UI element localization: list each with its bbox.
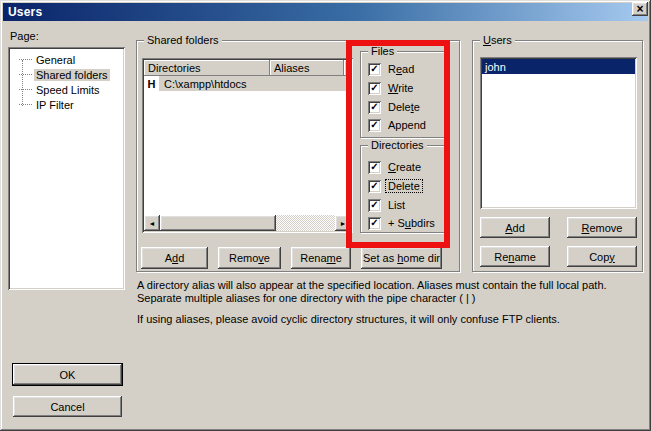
list-checkbox-row[interactable]: ✓ List [368, 198, 407, 212]
column-header-directories[interactable]: Directories [144, 60, 270, 76]
dir-delete-checkbox-row[interactable]: ✓ Delete [368, 179, 422, 193]
directory-row[interactable]: H C:\xampp\htdocs [144, 76, 351, 91]
close-icon: × [636, 3, 643, 15]
cancel-button[interactable]: Cancel [13, 396, 122, 417]
tree-item-label: General [34, 54, 77, 66]
users-group: Users john Add Remove Rename Copy [472, 40, 643, 272]
window-title: Users [8, 5, 42, 19]
scroll-left-button[interactable]: ◄ [144, 215, 160, 231]
append-label[interactable]: Append [386, 119, 428, 131]
tree-item-label: IP Filter [34, 99, 76, 111]
tree-branch-line [19, 104, 32, 105]
dir-delete-label[interactable]: Delete [386, 180, 422, 192]
user-remove-label: Remove [582, 222, 623, 234]
shared-remove-button[interactable]: Remove [218, 247, 281, 269]
check-icon: ✓ [370, 181, 378, 191]
files-permissions-group: Files ✓ Read ✓ Write ✓ Delete ✓ Append [360, 51, 445, 138]
read-checkbox[interactable]: ✓ [368, 63, 381, 76]
shared-remove-label: Remove [229, 252, 270, 264]
user-name: john [485, 61, 506, 73]
tree-item-general[interactable]: General [12, 52, 77, 67]
page-tree: General Shared folders Speed Limits IP F… [8, 47, 125, 290]
column-header-aliases[interactable]: Aliases [270, 60, 344, 76]
users-group-label: Users [480, 34, 515, 46]
subdirs-checkbox-row[interactable]: ✓ + Subdirs [368, 216, 437, 230]
check-icon: ✓ [370, 83, 378, 93]
read-checkbox-row[interactable]: ✓ Read [368, 62, 416, 76]
directory-path: C:\xampp\htdocs [159, 76, 351, 91]
write-label[interactable]: Write [386, 82, 415, 94]
set-as-home-dir-label: Set as home dir [363, 252, 440, 264]
write-checkbox[interactable]: ✓ [368, 82, 381, 95]
ok-label: OK [60, 369, 76, 381]
check-icon: ✓ [370, 102, 378, 112]
users-list: john [480, 57, 637, 209]
scroll-right-icon: ► [340, 220, 347, 227]
scroll-thumb[interactable] [160, 215, 276, 231]
shared-folders-group-label: Shared folders [144, 34, 222, 46]
title-bar[interactable]: Users [3, 3, 648, 21]
home-dir-marker: H [144, 78, 159, 90]
directories-permissions-group: Directories ✓ Create ✓ Delete ✓ List ✓ +… [360, 145, 445, 233]
tree-branch-line [19, 74, 32, 75]
user-rename-button[interactable]: Rename [480, 246, 550, 267]
files-group-label: Files [368, 45, 397, 57]
check-icon: ✓ [370, 162, 378, 172]
create-checkbox-row[interactable]: ✓ Create [368, 160, 423, 174]
alias-note: A directory alias will also appear at th… [137, 279, 649, 305]
shared-add-button[interactable]: Add [141, 247, 208, 269]
user-add-label: Add [505, 222, 525, 234]
shared-rename-label: Rename [300, 252, 342, 264]
user-rename-label: Rename [494, 251, 536, 263]
append-checkbox-row[interactable]: ✓ Append [368, 118, 428, 132]
check-icon: ✓ [370, 120, 378, 130]
check-icon: ✓ [370, 218, 378, 228]
directories-list-header: Directories Aliases [144, 60, 351, 76]
user-copy-button[interactable]: Copy [567, 246, 637, 267]
users-dialog: Users × Page: General Shared folders Spe… [0, 0, 651, 431]
file-delete-label[interactable]: Delete [386, 101, 422, 113]
tree-item-label: Speed Limits [34, 84, 102, 96]
tree-branch-line [19, 59, 32, 60]
tree-item-speed-limits[interactable]: Speed Limits [12, 82, 102, 97]
close-button[interactable]: × [632, 2, 648, 16]
check-icon: ✓ [370, 64, 378, 74]
create-label[interactable]: Create [386, 161, 423, 173]
user-copy-label: Copy [589, 251, 615, 263]
subdirs-label[interactable]: + Subdirs [386, 217, 437, 229]
scroll-right-button[interactable]: ► [335, 215, 351, 231]
dir-delete-checkbox[interactable]: ✓ [368, 180, 381, 193]
tree-branch-line [19, 89, 32, 90]
file-delete-checkbox[interactable]: ✓ [368, 101, 381, 114]
page-label: Page: [10, 30, 39, 42]
scroll-left-icon: ◄ [149, 220, 156, 227]
column-header-filler [344, 60, 351, 76]
write-checkbox-row[interactable]: ✓ Write [368, 81, 415, 95]
h-scrollbar[interactable]: ◄ ► [144, 215, 351, 231]
shared-rename-button[interactable]: Rename [291, 247, 351, 269]
tree-item-shared-folders[interactable]: Shared folders [12, 67, 110, 82]
create-checkbox[interactable]: ✓ [368, 161, 381, 174]
append-checkbox[interactable]: ✓ [368, 119, 381, 132]
list-label[interactable]: List [386, 199, 407, 211]
check-icon: ✓ [370, 200, 378, 210]
subdirs-checkbox[interactable]: ✓ [368, 217, 381, 230]
scroll-track[interactable] [276, 215, 335, 231]
directories-group-label: Directories [368, 139, 427, 151]
set-as-home-dir-button[interactable]: Set as home dir [361, 247, 442, 269]
list-checkbox[interactable]: ✓ [368, 199, 381, 212]
cancel-label: Cancel [50, 401, 84, 413]
directories-list: Directories Aliases H C:\xampp\htdocs ◄ … [142, 58, 353, 233]
user-remove-button[interactable]: Remove [567, 217, 637, 238]
tree-item-ip-filter[interactable]: IP Filter [12, 97, 76, 112]
user-add-button[interactable]: Add [480, 217, 550, 238]
shared-add-label: Add [165, 252, 185, 264]
file-delete-checkbox-row[interactable]: ✓ Delete [368, 100, 422, 114]
ok-button[interactable]: OK [13, 364, 122, 385]
user-row-john[interactable]: john [482, 59, 635, 74]
read-label[interactable]: Read [386, 63, 416, 75]
cyclic-note: If using aliases, please avoid cyclic di… [137, 313, 649, 326]
tree-item-label-selected: Shared folders [34, 69, 110, 81]
